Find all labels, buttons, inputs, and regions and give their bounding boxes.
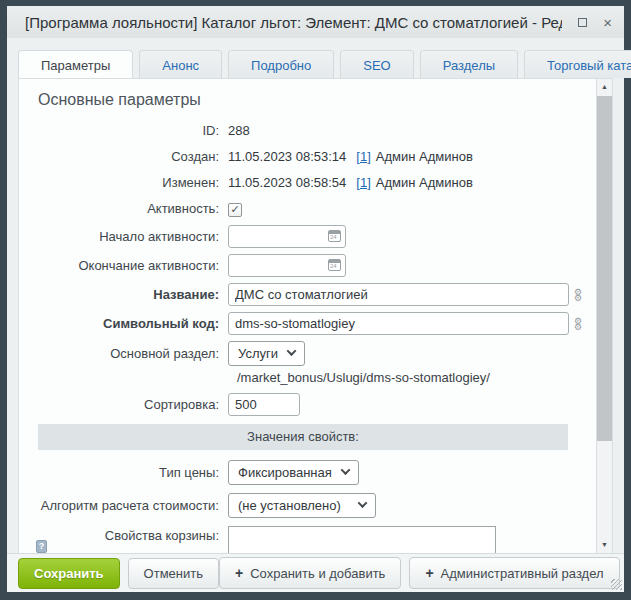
calc-algorithm-select[interactable]: (не установлено) (228, 493, 376, 518)
field-row-modified: Изменен: 11.05.2023 08:58:54 [1] Админ А… (36, 173, 582, 193)
activity-start-wrap (228, 225, 346, 248)
field-row-activity-end: Окончание активности: (36, 254, 582, 277)
plus-icon: + (235, 565, 243, 581)
page-title: Основные параметры (36, 89, 582, 109)
scroll-down-icon[interactable]: ▼ (597, 537, 612, 553)
tab-catalog[interactable]: Торговый каталог (524, 50, 631, 78)
plus-icon: + (425, 565, 433, 581)
chevron-down-icon (358, 498, 368, 508)
footer-bar: Сохранить Отменить + Сохранить и добавит… (7, 553, 624, 592)
created-label: Создан: (36, 147, 228, 167)
field-row-calc-algorithm: Алгоритм расчета стоимости: (не установл… (36, 493, 582, 518)
modified-user-name: Админ Админов (376, 173, 473, 193)
main-section-selected: Услуги (238, 346, 278, 361)
field-row-activity-start: Начало активности: (36, 225, 582, 248)
calc-algorithm-label: Алгоритм расчета стоимости: (36, 496, 228, 516)
modified-user-link[interactable]: [1] (356, 173, 370, 193)
tab-seo[interactable]: SEO (340, 50, 413, 78)
window-title: [Программа лояльности] Каталог льгот: Эл… (25, 14, 562, 31)
resize-gripper[interactable] (611, 579, 622, 590)
scrollbar-thumb[interactable] (597, 96, 612, 441)
modified-datetime: 11.05.2023 08:58:54 (228, 173, 346, 193)
field-row-price-type: Тип цены: Фиксированная (36, 460, 582, 485)
active-checkbox[interactable]: ✓ (228, 203, 242, 217)
modified-value: 11.05.2023 08:58:54 [1] Админ Админов (228, 173, 473, 193)
field-row-main-section: Основной раздел: Услуги (36, 341, 582, 366)
field-row-id: ID: 288 (36, 121, 582, 141)
tab-parameters[interactable]: Параметры (18, 50, 133, 78)
price-type-label: Тип цены: (36, 463, 228, 483)
element-form: ID: 288 Создан: 11.05.2023 08:53:14 [1] … (36, 121, 582, 553)
sort-label: Сортировка: (36, 395, 228, 415)
translit-settings-icon[interactable]: ⚙⚙ (574, 289, 582, 301)
field-row-basket-props: ? Свойства корзины: пользователь: (36, 526, 582, 553)
created-user-name: Админ Админов (376, 147, 473, 167)
save-button[interactable]: Сохранить (18, 558, 120, 589)
name-input[interactable] (228, 283, 569, 306)
calc-algorithm-selected: (не установлено) (238, 498, 341, 513)
translit-settings-icon[interactable]: ⚙⚙ (574, 318, 582, 330)
activity-end-label: Окончание активности: (36, 256, 228, 276)
sort-input[interactable] (228, 393, 300, 416)
field-row-code: Символьный код: ⚙⚙ (36, 312, 582, 335)
footer-right-group: + Сохранить и добавить + Административны… (219, 557, 620, 589)
vertical-scrollbar[interactable]: ▲ ▼ (596, 79, 612, 553)
field-row-created: Создан: 11.05.2023 08:53:14 [1] Админ Ад… (36, 147, 582, 167)
field-row-sort: Сортировка: (36, 393, 582, 416)
created-user-link[interactable]: [1] (356, 147, 370, 167)
save-and-add-label: Сохранить и добавить (250, 566, 385, 581)
created-datetime: 11.05.2023 08:53:14 (228, 147, 346, 167)
price-type-selected: Фиксированная (238, 465, 332, 480)
window-body: Параметры Анонс Подробно SEO Разделы Тор… (7, 38, 624, 592)
dialog-window: { "window": { "title": "[Программа лояль… (0, 0, 631, 600)
id-label: ID: (36, 121, 228, 141)
code-input[interactable] (228, 312, 569, 335)
tab-detail[interactable]: Подробно (228, 50, 334, 78)
calendar-icon[interactable] (328, 230, 341, 242)
field-row-name: Название: ⚙⚙ (36, 283, 582, 306)
id-value: 288 (228, 121, 250, 141)
close-icon[interactable]: × (603, 18, 612, 27)
tab-bar: Параметры Анонс Подробно SEO Разделы Тор… (18, 50, 631, 78)
activity-start-label: Начало активности: (36, 227, 228, 247)
field-row-active: Активность: ✓ (36, 199, 582, 219)
admin-section-label: Административный раздел (441, 566, 604, 581)
chevron-down-icon (287, 346, 297, 356)
name-label: Название: (36, 285, 228, 305)
chevron-down-icon (340, 465, 350, 475)
scroll-up-icon[interactable]: ▲ (597, 79, 612, 95)
price-type-select[interactable]: Фиксированная (228, 460, 359, 485)
basket-props-label-wrap: ? Свойства корзины: пользователь: (36, 526, 228, 553)
code-label: Символьный код: (36, 314, 228, 334)
calendar-icon[interactable] (328, 259, 341, 271)
modified-label: Изменен: (36, 173, 228, 193)
active-label: Активность: (36, 199, 228, 219)
titlebar[interactable]: [Программа лояльности] Каталог льгот: Эл… (7, 6, 624, 38)
content-panel: Основные параметры ID: 288 Создан: 11.05… (18, 78, 613, 553)
activity-end-wrap (228, 254, 346, 277)
created-value: 11.05.2023 08:53:14 [1] Админ Админов (228, 147, 473, 167)
main-section-select[interactable]: Услуги (228, 341, 305, 366)
save-and-add-button[interactable]: + Сохранить и добавить (219, 557, 401, 589)
help-icon[interactable]: ? (36, 540, 47, 553)
main-section-label: Основной раздел: (36, 344, 228, 364)
section-path: /market_bonus/Uslugi/dms-so-stomatlogiey… (237, 370, 582, 385)
properties-section-bar: Значения свойств: (38, 424, 568, 450)
maximize-icon[interactable] (578, 18, 587, 27)
admin-section-button[interactable]: + Административный раздел (409, 557, 619, 589)
cancel-button[interactable]: Отменить (128, 558, 219, 589)
tab-announce[interactable]: Анонс (139, 50, 222, 78)
basket-props-textarea[interactable] (228, 526, 496, 553)
tab-sections[interactable]: Разделы (420, 50, 518, 78)
basket-props-label: Свойства корзины: пользователь: (51, 526, 219, 553)
